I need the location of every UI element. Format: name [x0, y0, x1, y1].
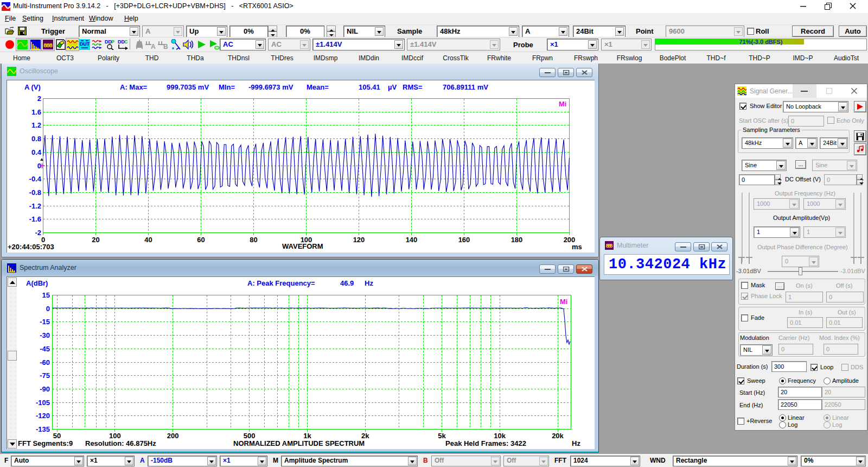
svg-text:P: P: [111, 39, 114, 45]
svg-text:20k: 20k: [552, 432, 564, 440]
svg-text:C: C: [124, 39, 128, 45]
svg-text:2: 2: [37, 94, 41, 103]
svg-text:20: 20: [92, 236, 99, 244]
svg-text:NORMALIZED AMPLITUDE SPECTRUM: NORMALIZED AMPLITUDE SPECTRUM: [233, 439, 365, 447]
svg-text:-15: -15: [40, 318, 50, 326]
svg-text:2k: 2k: [361, 432, 369, 440]
svg-text:+20:44:05:703: +20:44:05:703: [8, 243, 54, 251]
svg-text:-60: -60: [40, 358, 50, 367]
svg-text:5k: 5k: [438, 432, 446, 440]
svg-text:MIn=: MIn=: [219, 83, 235, 91]
svg-text:140: 140: [406, 236, 418, 244]
svg-text:-0.8: -0.8: [29, 188, 41, 197]
svg-text:DUT: DUT: [80, 41, 90, 47]
svg-text:-75: -75: [40, 371, 50, 380]
svg-text:A: Peak Frequency=: A: Peak Frequency=: [247, 279, 315, 287]
svg-text:-105: -105: [36, 399, 50, 407]
svg-text:µV: µV: [388, 83, 397, 91]
svg-text:80: 80: [250, 236, 257, 244]
svg-text:A: Max=: A: Max=: [120, 83, 148, 91]
svg-text:A (V): A (V): [24, 83, 41, 91]
svg-text:B: B: [163, 43, 168, 50]
svg-text:15: 15: [42, 291, 50, 299]
svg-text:1.2: 1.2: [31, 121, 41, 129]
svg-text:-135: -135: [36, 425, 50, 433]
svg-text:Mi: Mi: [560, 298, 567, 306]
svg-text:Hz: Hz: [572, 439, 580, 447]
svg-text:-90: -90: [40, 385, 50, 393]
svg-text:0.8: 0.8: [31, 135, 41, 143]
svg-text:RMS=: RMS=: [403, 83, 423, 91]
svg-text:-1.6: -1.6: [29, 215, 41, 223]
svg-text:-30: -30: [40, 331, 50, 339]
svg-text:706.89111 mV: 706.89111 mV: [443, 83, 488, 91]
svg-text:Resolution: 46.875Hz: Resolution: 46.875Hz: [85, 439, 156, 447]
svg-text:FFT Segments:9: FFT Segments:9: [18, 439, 73, 447]
svg-text:-45: -45: [40, 345, 50, 353]
svg-text:50: 50: [53, 432, 61, 440]
svg-text:200: 200: [167, 432, 179, 440]
svg-text:-0.4: -0.4: [29, 175, 42, 183]
svg-text:888: 888: [43, 42, 53, 49]
svg-text:0: 0: [46, 305, 50, 313]
svg-text:999.7035 mV: 999.7035 mV: [167, 83, 209, 91]
svg-text:120: 120: [353, 236, 365, 244]
svg-text:100: 100: [109, 432, 121, 440]
svg-text:0.4: 0.4: [31, 148, 42, 156]
svg-text:10k: 10k: [494, 432, 506, 440]
svg-text:A(dBr): A(dBr): [26, 279, 48, 287]
svg-text:-2: -2: [35, 229, 41, 237]
svg-text:888: 888: [606, 243, 613, 249]
svg-text:1k: 1k: [303, 432, 311, 440]
svg-text:-1.2: -1.2: [29, 202, 41, 210]
svg-text:40: 40: [144, 236, 152, 244]
svg-text:ms: ms: [572, 243, 582, 251]
svg-text:500: 500: [244, 432, 256, 440]
svg-text:105.41: 105.41: [359, 83, 380, 91]
svg-text:180: 180: [511, 236, 523, 244]
svg-text:A: A: [151, 43, 156, 50]
svg-text:-999.6973 mV: -999.6973 mV: [248, 83, 293, 91]
svg-text:Peak Held Frames: 3422: Peak Held Frames: 3422: [445, 439, 526, 447]
svg-text:1.6: 1.6: [31, 108, 41, 116]
svg-text:-120: -120: [36, 412, 50, 420]
svg-text:Hz: Hz: [365, 279, 373, 287]
svg-text:160: 160: [458, 236, 470, 244]
svg-text:Mean=: Mean=: [307, 83, 329, 91]
svg-text:Mi: Mi: [559, 100, 566, 108]
svg-text:60: 60: [197, 236, 205, 244]
svg-text:46.9: 46.9: [340, 279, 354, 287]
svg-text:WAVEFORM: WAVEFORM: [282, 242, 323, 250]
